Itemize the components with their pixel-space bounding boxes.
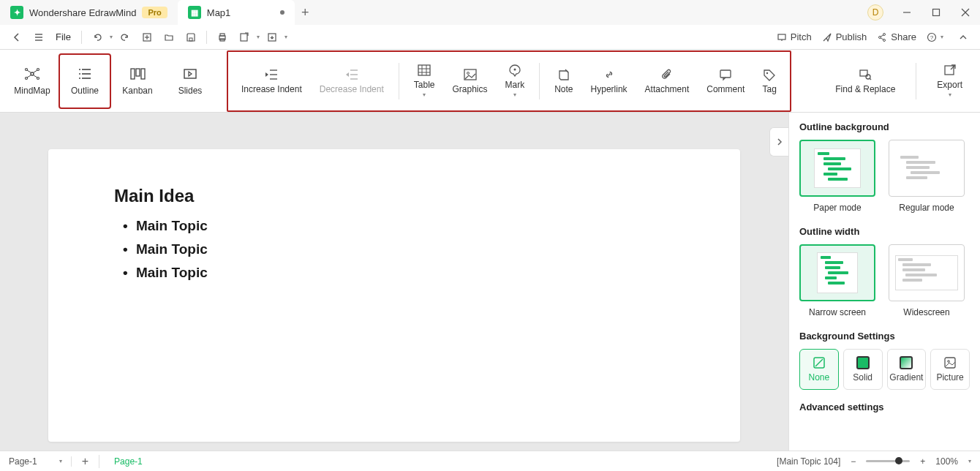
panel-toggle-button[interactable] [769, 127, 788, 157]
narrow-screen-card[interactable]: Narrow screen [799, 244, 875, 317]
bg-gradient-button[interactable]: Gradient [887, 349, 927, 390]
publish-label: Publish [836, 31, 867, 42]
comment-label: Comment [706, 84, 745, 94]
zoom-out-button[interactable]: − [851, 456, 856, 467]
share-icon [877, 32, 887, 42]
tag-button[interactable]: Tag [753, 53, 785, 109]
topic-item[interactable]: Main Topic [123, 218, 674, 234]
doc-tab-title: Map1 [207, 7, 231, 18]
import-button[interactable] [263, 28, 282, 47]
chevron-down-icon: ▾ [949, 91, 951, 98]
topic-item[interactable]: Main Topic [123, 265, 674, 281]
zoom-slider[interactable] [866, 460, 910, 462]
maximize-button[interactable] [921, 0, 951, 25]
new-button[interactable] [137, 28, 157, 47]
outline-width-title: Outline width [799, 226, 970, 237]
redo-button[interactable] [116, 28, 135, 47]
page-tab[interactable]: Page-1 [99, 456, 157, 467]
view-mindmap[interactable]: MindMap [6, 53, 59, 109]
increase-indent-label: Increase Indent [241, 84, 302, 94]
bg-picture-button[interactable]: Picture [930, 349, 970, 390]
pitch-button[interactable]: Pitch [777, 31, 812, 42]
bg-settings-title: Background Settings [799, 331, 970, 342]
zoom-level[interactable]: 100% [935, 456, 958, 467]
note-button[interactable]: Note [546, 53, 581, 109]
widescreen-card[interactable]: Widescreen [889, 244, 965, 317]
add-page-button[interactable]: + [72, 455, 99, 468]
page-dropdown[interactable]: Page-1 ▾ [9, 456, 72, 467]
view-slides[interactable]: Slides [164, 53, 216, 109]
bg-solid-button[interactable]: Solid [843, 349, 883, 390]
export-button[interactable]: Export ▾ [928, 53, 971, 109]
regular-mode-label: Regular mode [899, 203, 954, 213]
view-mindmap-label: MindMap [14, 86, 50, 96]
zoom-in-button[interactable]: + [920, 456, 925, 467]
add-tab-button[interactable]: + [295, 2, 315, 23]
user-avatar[interactable]: D [867, 4, 883, 20]
help-button[interactable]: ? ▾ [927, 32, 943, 42]
chevron-down-icon: ▾ [59, 458, 62, 464]
find-replace-button[interactable]: Find & Replace [826, 53, 904, 109]
attachment-button[interactable]: Attachment [636, 53, 698, 109]
view-outline[interactable]: Outline [59, 53, 111, 109]
kanban-icon [129, 67, 146, 81]
svg-rect-66 [945, 358, 955, 368]
share-label: Share [891, 31, 916, 42]
export-quick-button[interactable] [235, 28, 254, 47]
regular-mode-card[interactable]: Regular mode [889, 140, 965, 213]
find-replace-icon [858, 68, 872, 81]
decrease-indent-label: Decrease Indent [320, 84, 384, 94]
decrease-indent-icon [344, 68, 359, 81]
bg-none-button[interactable]: None [799, 349, 839, 390]
comment-button[interactable]: Comment [698, 53, 753, 109]
file-menu[interactable]: File [51, 31, 75, 42]
mark-label: Mark [505, 80, 525, 90]
svg-rect-43 [184, 69, 196, 78]
increase-indent-button[interactable]: Increase Indent [233, 53, 311, 109]
table-button[interactable]: Table ▾ [405, 53, 444, 109]
save-button[interactable] [181, 28, 200, 47]
svg-point-59 [766, 72, 768, 73]
print-button[interactable] [213, 28, 232, 47]
bg-solid-label: Solid [853, 372, 872, 383]
svg-rect-42 [141, 69, 145, 79]
graphics-button[interactable]: Graphics [443, 53, 496, 109]
attachment-label: Attachment [645, 84, 690, 94]
outline-paper[interactable]: Main Idea Main Topic Main Topic Main Top… [48, 149, 740, 442]
view-slides-label: Slides [178, 86, 203, 96]
share-button[interactable]: Share [877, 31, 916, 42]
svg-line-21 [881, 35, 883, 37]
note-icon [557, 68, 571, 81]
zoom-handle[interactable] [895, 457, 902, 464]
svg-line-31 [34, 70, 37, 72]
canvas-area[interactable]: Main Idea Main Topic Main Topic Main Top… [0, 113, 788, 451]
document-tab[interactable]: ▦ Map1 [178, 0, 295, 25]
back-button[interactable] [7, 28, 26, 47]
collapse-ribbon-button[interactable] [954, 28, 973, 47]
secondary-toolbar: File ▾ ▾ ▾ Pitch Publish Share ? ▾ [0, 25, 980, 50]
pitch-label: Pitch [791, 31, 812, 42]
slides-icon [181, 67, 199, 81]
app-name: Wondershare EdrawMind [29, 7, 136, 18]
main-idea-heading[interactable]: Main Idea [114, 186, 674, 206]
pro-badge: Pro [142, 7, 167, 18]
hyperlink-icon [602, 68, 617, 81]
publish-button[interactable]: Publish [822, 31, 867, 42]
mark-button[interactable]: Mark ▾ [497, 53, 534, 109]
topic-item[interactable]: Main Topic [123, 241, 674, 257]
minimize-button[interactable] [892, 0, 921, 25]
menu-button[interactable] [29, 28, 48, 47]
help-icon: ? [927, 32, 937, 42]
view-kanban[interactable]: Kanban [111, 53, 164, 109]
attachment-icon [660, 68, 674, 81]
svg-rect-14 [241, 34, 247, 41]
advanced-settings-title[interactable]: Advanced settings [799, 402, 970, 412]
open-button[interactable] [159, 28, 178, 47]
paper-mode-card[interactable]: Paper mode [799, 140, 875, 213]
statusbar: Page-1 ▾ + Page-1 [Main Topic 104] − + 1… [0, 451, 980, 471]
chevron-down-icon: ▾ [968, 458, 971, 464]
bg-picture-label: Picture [936, 372, 963, 383]
undo-button[interactable] [88, 28, 107, 47]
hyperlink-button[interactable]: Hyperlink [582, 53, 636, 109]
close-button[interactable] [951, 0, 980, 25]
